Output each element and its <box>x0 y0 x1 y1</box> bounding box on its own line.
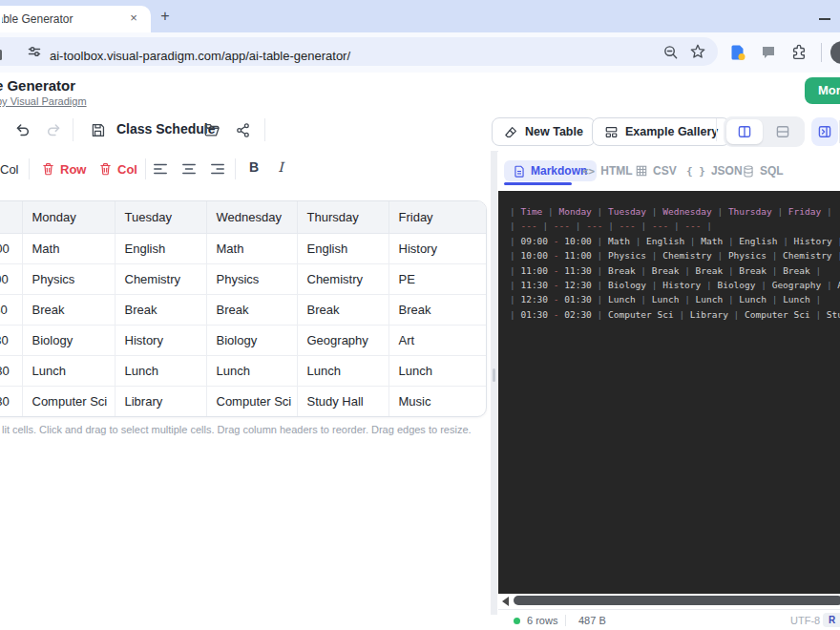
align-right-button[interactable] <box>206 158 229 180</box>
tab-close-icon[interactable]: × <box>126 10 141 26</box>
table-cell[interactable]: History <box>115 326 206 356</box>
status-divider <box>565 615 566 626</box>
table-row: 11:30 - 12:30BiologyHistoryBiologyGeogra… <box>0 326 486 356</box>
extension-chat-icon[interactable] <box>761 45 776 60</box>
table-cell[interactable]: 11:00 - 11:30 <box>0 295 22 326</box>
table-cell[interactable]: English <box>115 234 206 264</box>
table-cell[interactable]: Break <box>115 295 206 326</box>
column-header[interactable]: Monday <box>22 201 115 234</box>
share-icon[interactable] <box>230 117 255 142</box>
bookmark-star-icon[interactable] <box>689 43 706 60</box>
new-table-button[interactable]: New Table <box>492 117 596 146</box>
table-cell[interactable]: PE <box>388 264 486 295</box>
table-cell[interactable]: Break <box>22 295 115 326</box>
profile-avatar[interactable] <box>830 41 840 64</box>
table-cell[interactable]: Lunch <box>206 356 297 387</box>
table-cell[interactable]: 09:00 - 10:00 <box>0 234 22 264</box>
tab-sql[interactable]: SQL <box>743 160 784 181</box>
table-cell[interactable]: Lunch <box>388 356 486 387</box>
split-horizontal-button[interactable] <box>765 119 801 144</box>
delete-column-button[interactable]: Col <box>99 158 137 179</box>
tab-csv[interactable]: CSV <box>636 160 677 181</box>
table-cell[interactable]: Biology <box>206 326 297 356</box>
italic-button[interactable]: I <box>271 159 290 178</box>
extension-doc-icon[interactable] <box>729 44 746 61</box>
table-head: TimeMondayTuesdayWednesdayThursdayFriday <box>0 201 486 234</box>
url-text[interactable]: ai-toolbox.visual-paradigm.com/app/ai-ta… <box>50 49 350 63</box>
table-cell[interactable]: Physics <box>22 264 115 295</box>
table-cell[interactable]: English <box>297 234 388 264</box>
column-header[interactable]: Thursday <box>297 201 388 234</box>
table-cell[interactable]: Computer Sci <box>206 387 297 417</box>
extensions-puzzle-icon[interactable] <box>790 44 808 61</box>
resize-grip <box>493 368 495 382</box>
zoom-out-icon[interactable] <box>662 44 679 60</box>
toggle-panel-button[interactable] <box>811 117 838 146</box>
code-line: | 11:00 - 11:30 | Break | Break | Break … <box>510 263 840 278</box>
scroll-left-arrow[interactable] <box>502 597 509 606</box>
database-icon <box>743 165 754 178</box>
bold-button[interactable]: B <box>244 159 263 178</box>
scrollbar-thumb[interactable] <box>514 596 840 605</box>
table-cell[interactable]: 10:00 - 11:00 <box>0 264 22 295</box>
byline-link[interactable]: by Visual Paradigm <box>0 95 87 107</box>
grid-icon <box>636 165 647 177</box>
column-header[interactable]: Friday <box>388 201 486 234</box>
table-cell[interactable]: Lunch <box>297 356 388 387</box>
table-cell[interactable]: 01:30 - 02:30 <box>0 387 22 417</box>
more-tools-button[interactable]: More Tools <box>805 77 840 104</box>
table-cell[interactable]: Math <box>206 234 297 264</box>
site-settings-icon[interactable] <box>27 44 42 59</box>
open-folder-icon[interactable] <box>200 117 224 142</box>
table-cell[interactable]: Chemistry <box>115 264 206 295</box>
table-cell[interactable]: 12:30 - 01:30 <box>0 356 22 387</box>
delete-column-label: Col <box>117 162 137 177</box>
table-cell[interactable]: Lunch <box>22 356 115 387</box>
table-cell[interactable]: Break <box>206 295 297 326</box>
redo-button[interactable] <box>42 117 67 142</box>
code-line: | 01:30 - 02:30 | Computer Sci | Library… <box>510 307 840 322</box>
toolbar-divider <box>716 118 717 141</box>
column-header[interactable]: Time <box>0 201 22 234</box>
table-cell[interactable]: 11:30 - 12:30 <box>0 326 22 356</box>
table-cell[interactable]: Break <box>297 295 388 326</box>
example-gallery-button[interactable]: Example Gallery <box>592 117 730 146</box>
align-left-button[interactable] <box>149 158 172 180</box>
table-cell[interactable]: Study Hall <box>297 387 388 417</box>
window-minimize-button[interactable] <box>819 18 830 20</box>
new-tab-button[interactable]: + <box>157 8 174 25</box>
table-cell[interactable]: Music <box>388 387 486 417</box>
table-cell[interactable]: Art <box>388 326 486 356</box>
table-cell[interactable]: Lunch <box>115 356 206 387</box>
markdown-file-icon <box>514 165 525 178</box>
split-vertical-button[interactable] <box>726 119 763 144</box>
table-cell[interactable]: Biology <box>22 326 115 356</box>
browser-tab[interactable]: AI Table Generator × <box>0 6 151 32</box>
tab-html[interactable]: <> HTML <box>582 160 633 181</box>
reload-icon[interactable] <box>0 50 2 60</box>
table-cell[interactable]: Math <box>22 234 115 264</box>
undo-button[interactable] <box>10 117 34 142</box>
table-cell[interactable]: Physics <box>206 264 297 295</box>
column-header[interactable]: Tuesday <box>115 201 206 234</box>
address-bar[interactable]: ai-toolbox.visual-paradigm.com/app/ai-ta… <box>0 37 718 66</box>
table-cell[interactable]: Library <box>115 387 206 417</box>
column-header[interactable]: Wednesday <box>206 201 297 234</box>
schedule-table: TimeMondayTuesdayWednesdayThursdayFriday… <box>0 201 486 416</box>
table-cell[interactable]: Computer Sci <box>22 387 115 417</box>
tab-json[interactable]: { } JSON <box>686 160 743 181</box>
toolbar-divider <box>145 158 146 179</box>
delete-row-button[interactable]: Row <box>42 158 86 179</box>
save-button[interactable] <box>85 117 110 142</box>
align-center-button[interactable] <box>178 158 200 180</box>
new-table-label: New Table <box>525 125 583 138</box>
table-cell[interactable]: History <box>388 234 486 264</box>
tab-title: AI Table Generator <box>2 12 126 28</box>
table-cell[interactable]: Chemistry <box>297 264 388 295</box>
code-content: | Time | Monday | Tuesday | Wednesday | … <box>510 204 840 322</box>
insert-column-button[interactable]: Col <box>0 158 19 179</box>
table-cell[interactable]: Geography <box>297 326 388 356</box>
code-line: | 11:30 - 12:30 | Biology | History | Bi… <box>510 278 840 292</box>
table-cell[interactable]: Break <box>388 295 486 326</box>
pane-resize-handle[interactable] <box>491 151 497 615</box>
